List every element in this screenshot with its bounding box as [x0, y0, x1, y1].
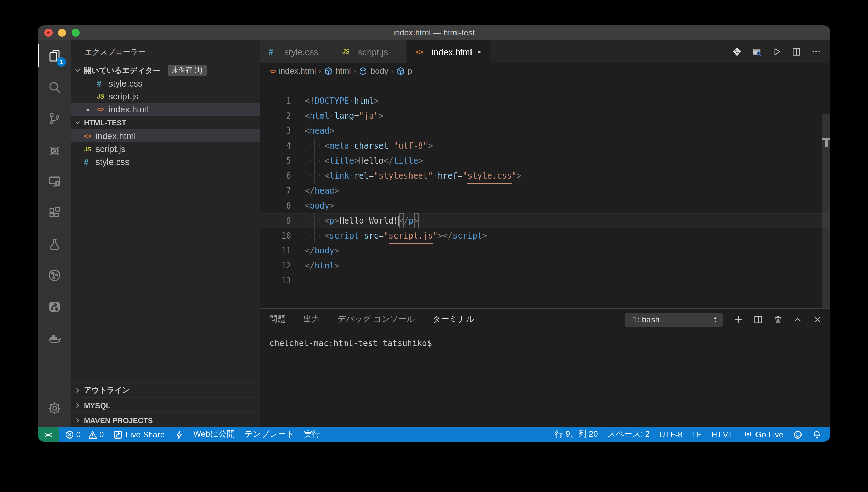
panel-header: 問題出力デバッグ コンソールターミナル 1: bash [260, 309, 830, 330]
breadcrumb[interactable]: <>index.html›html›body›p [260, 63, 830, 78]
file-style.css[interactable]: #style.css [71, 155, 260, 168]
updown-icon [711, 315, 719, 324]
open-editor-style.css[interactable]: #style.css [71, 77, 260, 90]
tab-script.js[interactable]: JSscript.js [333, 40, 407, 63]
breadcrumb-item-body[interactable]: body [359, 66, 388, 76]
status-template[interactable]: テンプレート [240, 427, 299, 442]
section-アウトライン[interactable]: アウトライン [71, 382, 260, 397]
maximize-panel-button[interactable] [793, 315, 803, 324]
status-bolt[interactable] [169, 427, 189, 442]
open-preview-button[interactable] [752, 47, 762, 57]
status-go-live[interactable]: Go Live [738, 427, 788, 442]
split-editor-button[interactable] [792, 47, 801, 57]
status-indentation[interactable]: スペース: 2 [603, 427, 655, 442]
breadcrumb-separator: › [319, 67, 321, 75]
git-compare-button[interactable] [732, 47, 742, 57]
zoom-window-button[interactable] [72, 29, 80, 37]
activity-item-source-control[interactable] [38, 103, 71, 134]
activity-item-gitlens[interactable] [38, 260, 71, 291]
status-problems[interactable]: 00 [60, 427, 109, 442]
status-label: Live Share [125, 430, 165, 439]
close-icon [813, 315, 822, 324]
panel-tab-ターミナル[interactable]: ターミナル [431, 309, 476, 330]
status-run[interactable]: 実行 [299, 427, 325, 442]
code-line-2: 2<html·lang="ja"> [260, 108, 830, 123]
split-terminal-button[interactable] [753, 315, 763, 324]
status-remote[interactable]: >< [38, 427, 59, 442]
status-live-share[interactable]: Live Share [108, 427, 169, 442]
terminal-shell-select[interactable]: 1: bash [625, 312, 723, 327]
title-bar[interactable]: index.html — html-test [38, 25, 830, 40]
activity-item-live-share[interactable] [38, 291, 71, 322]
open-editor-script.js[interactable]: JSscript.js [71, 90, 260, 103]
plus-icon [734, 315, 743, 324]
smiley-icon [793, 430, 803, 439]
section-MAVEN PROJECTS[interactable]: MAVEN PROJECTS [71, 412, 260, 427]
breadcrumb-label: index.html [279, 66, 316, 76]
status-eol[interactable]: LF [687, 427, 706, 442]
status-notifications[interactable] [807, 427, 826, 442]
terminal-output[interactable]: chelchel-mac:html-test tatsuhiko$ [260, 330, 830, 427]
panel-tab-出力[interactable]: 出力 [302, 309, 321, 330]
file-label: script.js [95, 144, 125, 154]
line-number: 10 [260, 228, 291, 243]
more-actions-button[interactable] [811, 47, 821, 57]
tab-index.html[interactable]: <>index.html● [407, 40, 491, 63]
activity-item-test[interactable] [38, 228, 71, 260]
activity-item-search[interactable] [38, 72, 71, 103]
play-icon [772, 47, 781, 57]
file-label: index.html [95, 131, 136, 141]
panel-tab-問題[interactable]: 問題 [268, 309, 287, 330]
new-terminal-button[interactable] [734, 315, 743, 324]
code-editor[interactable]: 1<!DOCTYPE·html>2<html·lang="ja">3<head>… [260, 78, 830, 308]
folder-header[interactable]: HTML-TEST [71, 116, 260, 129]
activity-item-extensions[interactable] [38, 197, 71, 228]
status-value: 0 [99, 430, 104, 439]
js-file-icon: JS [97, 93, 108, 100]
activity-item-debug[interactable] [38, 134, 71, 166]
open-editor-index.html[interactable]: ●<>index.html [71, 103, 260, 116]
live-share-status-icon [113, 430, 123, 439]
line-number: 11 [260, 243, 291, 258]
minimize-window-button[interactable] [58, 29, 66, 37]
css-file-icon: # [269, 47, 280, 57]
status-publish-web[interactable]: Webに公開 [189, 427, 240, 442]
close-panel-button[interactable] [813, 315, 822, 324]
status-cursor-position[interactable]: 行 9、列 20 [550, 427, 602, 442]
html-file-icon: <> [84, 132, 95, 140]
tab-style.css[interactable]: #style.css [260, 40, 333, 63]
activity-item-docker[interactable] [38, 322, 71, 354]
activity-item-settings[interactable] [47, 401, 61, 418]
broadcast-icon [743, 430, 752, 439]
panel-tab-デバッグ コンソール[interactable]: デバッグ コンソール [336, 309, 416, 330]
line-number: 9 [260, 213, 291, 228]
section-MYSQL[interactable]: MYSQL [71, 397, 260, 412]
status-encoding[interactable]: UTF-8 [655, 427, 687, 442]
activity-item-remote-explorer[interactable] [38, 166, 71, 197]
status-feedback[interactable] [788, 427, 807, 442]
file-script.js[interactable]: JSscript.js [71, 142, 260, 155]
beaker-icon [47, 237, 61, 251]
run-button[interactable] [772, 47, 781, 57]
open-editors-header[interactable]: 開いているエディター 未保存 (1) [71, 63, 260, 77]
status-label: スペース: 2 [608, 429, 650, 440]
line-number: 8 [260, 198, 291, 213]
line-content: </body> [291, 243, 339, 258]
status-label: 行 9、列 20 [555, 429, 598, 440]
bolt-icon [174, 430, 184, 439]
activity-item-explorer[interactable]: 1 [38, 40, 71, 72]
error-icon [65, 430, 74, 439]
kill-terminal-button[interactable] [773, 315, 783, 324]
file-index.html[interactable]: <>index.html [71, 129, 260, 142]
status-language-mode[interactable]: HTML [706, 427, 738, 442]
code-lines: 1<!DOCTYPE·html>2<html·lang="ja">3<head>… [260, 93, 830, 288]
debug-icon [47, 143, 61, 157]
code-line-3: 3<head> [260, 123, 830, 138]
breadcrumb-item-index.html[interactable]: <>index.html [269, 66, 316, 76]
modified-dot: ● [86, 106, 97, 113]
breadcrumb-item-p[interactable]: p [396, 66, 412, 76]
breadcrumb-item-html[interactable]: html [324, 66, 351, 76]
indent-guide: · [315, 168, 325, 183]
close-window-button[interactable] [44, 29, 53, 37]
status-label: LF [692, 430, 702, 439]
